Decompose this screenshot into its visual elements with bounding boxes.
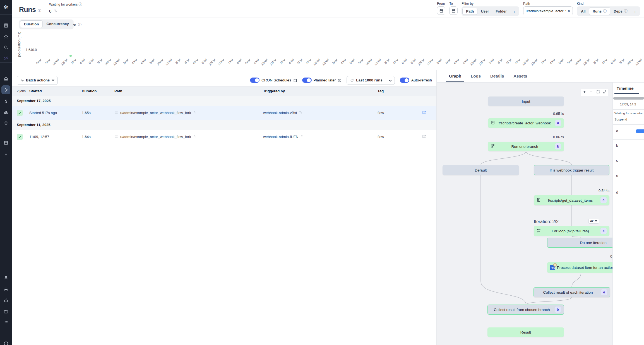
step-b-duration: 0.867s (488, 135, 564, 139)
planned-later-toggle[interactable] (302, 78, 312, 83)
runs-nav-icon[interactable] (1, 85, 10, 94)
timeline-title[interactable]: Timeline (617, 86, 634, 91)
home-icon[interactable] (0, 74, 12, 83)
add-plus-icon[interactable] (0, 150, 12, 158)
kind-menu-icon[interactable]: ⋮ (631, 9, 639, 13)
graph-zoom-controls (581, 89, 608, 96)
refresh-icon (350, 78, 354, 82)
flow-node-process[interactable]: TS Process dataset item for an action (547, 262, 612, 273)
timeline-scrollbar[interactable] (613, 97, 644, 100)
filter-by-menu-icon[interactable]: ⋮ (510, 9, 518, 13)
auto-refresh-toggle[interactable] (400, 78, 409, 83)
help-icon[interactable] (0, 339, 12, 345)
search-icon[interactable] (0, 43, 12, 51)
flow-node-step-a[interactable]: f/scripts/create_actor_webhook a (488, 118, 564, 128)
waiting-info-icon[interactable]: ⓘ (79, 2, 82, 6)
filter-by-folder-tab[interactable]: Folder (492, 8, 510, 15)
user-icon[interactable] (0, 273, 12, 282)
flow-node-step-c[interactable]: f/scripts/get_dataset_items c (534, 195, 609, 205)
audit-logs-icon[interactable] (0, 319, 12, 327)
iteration-selector[interactable]: #2 (588, 219, 599, 224)
to-date-button[interactable] (449, 6, 458, 15)
flow-node-input[interactable]: Input (488, 96, 564, 106)
workspace-icon[interactable] (0, 21, 12, 30)
flow-node-if-branch[interactable]: If is webhook trigger result (534, 165, 609, 175)
cursor-click-icon (20, 78, 24, 82)
calendar-icon (293, 78, 297, 82)
open-run-icon[interactable] (422, 110, 436, 115)
flow-node-collect-branch[interactable]: Collect result from chosen branch b (487, 305, 564, 315)
windmill-logo-icon[interactable]: ✻ (0, 0, 12, 15)
schedules-calendar-icon[interactable] (0, 138, 12, 147)
flow-graph-canvas[interactable]: Input 0.651s f/scripts/create_actor_webh… (437, 83, 612, 345)
load-more-info-icon: ⓘ (78, 22, 81, 27)
step-badge: b (555, 143, 561, 149)
flow-node-step-e[interactable]: For loop (skip failures) e (534, 226, 609, 236)
title-info-icon[interactable]: ⓘ (38, 9, 41, 13)
tag-value: flow (378, 111, 422, 115)
timeline-panel: Timeline 17/09, 14:3 Waiting for executo… (612, 83, 644, 345)
filter-plus-icon[interactable] (299, 111, 302, 115)
tab-concurrency[interactable]: Concurrency (43, 20, 72, 28)
folders-icon[interactable] (0, 307, 12, 316)
settings-gear-icon[interactable] (0, 285, 12, 293)
kind-all-tab[interactable]: All (578, 8, 589, 15)
batch-actions-button[interactable]: Batch actions (17, 76, 58, 85)
filter-plus-icon[interactable] (300, 135, 304, 139)
last-runs-chevron-icon[interactable] (386, 78, 395, 83)
cron-schedules-toggle[interactable] (250, 78, 259, 83)
favorites-star-icon[interactable] (0, 32, 12, 41)
tab-details[interactable]: Details (490, 70, 504, 82)
filter-by-path-tab[interactable]: Path (462, 8, 477, 15)
last-runs-select[interactable]: Last 1000 runs (347, 76, 395, 85)
planned-later-toggle-row: Planned later (302, 78, 342, 83)
run-data-point[interactable] (69, 55, 72, 57)
filter-plus-icon[interactable] (193, 111, 196, 115)
zoom-out-icon[interactable] (589, 90, 593, 95)
zoom-in-icon[interactable] (583, 90, 586, 95)
deps-info-icon: ⓘ (624, 9, 628, 14)
resources-icon[interactable] (0, 108, 12, 117)
workers-robot-icon[interactable] (0, 296, 12, 305)
flow-node-default-branch[interactable]: Default (443, 165, 519, 175)
page-header: Runs ⓘ Waiting for workers ⓘ 0 From To F… (12, 0, 644, 18)
kind-deps-tab[interactable]: Depsⓘ (610, 8, 631, 15)
timeline-row-label: b (616, 143, 618, 148)
expand-icon[interactable] (603, 90, 607, 95)
flow-node-step-b[interactable]: Run one branch b (488, 142, 564, 151)
fit-view-icon[interactable] (596, 90, 600, 95)
ai-wand-icon[interactable] (0, 54, 12, 62)
variables-dollar-icon[interactable] (0, 97, 12, 105)
process-duration-clipped: 0 (610, 254, 612, 259)
filter-by-user-tab[interactable]: User (477, 8, 492, 15)
timeline-bar-a[interactable] (636, 129, 644, 133)
filter-by-group: Filter by Path User Folder ⋮ (462, 2, 519, 16)
sidebar: ✻ (0, 0, 12, 345)
date-group-header: September 17, 2025 (12, 96, 436, 106)
clear-path-icon[interactable]: ✕ (567, 9, 570, 13)
flow-node-collect-iteration[interactable]: Collect result of each iteration e (534, 287, 610, 297)
loop-icon (537, 228, 541, 233)
path-filter-input[interactable]: u/admin/example_actor_we... ✕ (523, 6, 573, 15)
runs-toolbar: Batch actions CRON Schedules Planned lat… (12, 74, 436, 86)
tab-logs[interactable]: Logs (471, 70, 481, 82)
run-row[interactable]: 11/09, 12:57 1.64s u/admin/example_actor… (12, 130, 436, 144)
step-badge: a (555, 120, 561, 126)
flow-node-result[interactable]: Result (487, 327, 564, 337)
tab-assets[interactable]: Assets (513, 70, 527, 82)
filter-plus-icon[interactable] (193, 135, 196, 139)
waiting-count: 0 (49, 9, 51, 13)
tab-duration[interactable]: Duration (20, 20, 43, 28)
open-run-icon[interactable] (422, 134, 436, 139)
kind-runs-tab[interactable]: Runsⓘ (589, 7, 611, 15)
filter-plus-icon[interactable] (54, 9, 57, 13)
from-date-button[interactable] (437, 6, 445, 15)
tab-graph[interactable]: Graph (449, 70, 461, 82)
triggers-icon[interactable] (0, 119, 12, 127)
run-row[interactable]: Started 517s ago 1.65s u/admin/example_a… (12, 106, 436, 120)
table-header: 2 jobs Started Duration Path Triggered b… (12, 86, 436, 96)
auto-refresh-toggle-row: Auto-refresh (400, 78, 432, 83)
typescript-icon: TS (550, 265, 555, 270)
timeline-tab-underline (614, 93, 639, 94)
flow-node-do-iteration[interactable]: Do one iteration (547, 238, 612, 248)
